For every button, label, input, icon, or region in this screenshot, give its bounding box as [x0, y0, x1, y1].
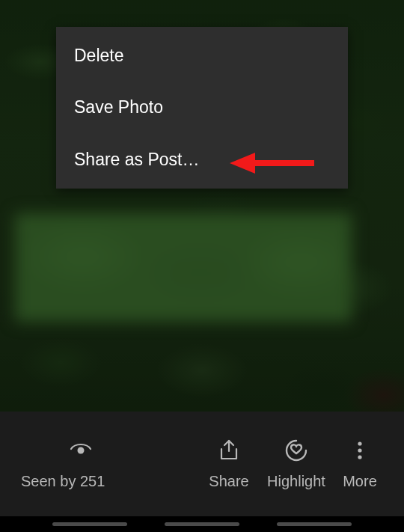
- menu-item-delete[interactable]: Delete: [56, 32, 348, 79]
- svg-point-4: [358, 448, 361, 452]
- highlight-icon: [284, 438, 308, 462]
- svg-point-5: [358, 455, 361, 459]
- bottom-action-bar: Seen by 251 Share Highlight: [0, 412, 404, 516]
- highlight-label: Highlight: [267, 473, 325, 490]
- menu-item-share-as-post[interactable]: Share as Post…: [56, 136, 348, 183]
- menu-item-save-photo[interactable]: Save Photo: [56, 84, 348, 131]
- seen-by-label: Seen by 251: [21, 473, 105, 490]
- eye-icon: [69, 438, 93, 462]
- share-icon: [217, 438, 241, 462]
- menu-item-label: Save Photo: [74, 97, 163, 117]
- story-viewer-screenshot: Delete Save Photo Share as Post… Seen by…: [0, 0, 404, 532]
- context-menu: Delete Save Photo Share as Post…: [56, 27, 348, 189]
- menu-item-label: Share as Post…: [74, 150, 199, 169]
- system-nav-bar: [0, 516, 404, 532]
- more-button[interactable]: More: [334, 438, 386, 490]
- seen-by-button[interactable]: Seen by 251: [18, 438, 126, 490]
- svg-point-2: [78, 447, 85, 453]
- redacted-text-region: [15, 213, 352, 322]
- highlight-button[interactable]: Highlight: [259, 438, 334, 490]
- menu-item-label: Delete: [74, 46, 123, 65]
- more-vertical-icon: [348, 438, 372, 462]
- share-label: Share: [209, 473, 248, 490]
- more-label: More: [343, 473, 377, 490]
- nav-recent-icon[interactable]: [52, 522, 127, 526]
- share-button[interactable]: Share: [199, 438, 259, 490]
- nav-home-icon[interactable]: [165, 522, 239, 526]
- nav-back-icon[interactable]: [277, 522, 352, 526]
- svg-point-3: [358, 441, 361, 445]
